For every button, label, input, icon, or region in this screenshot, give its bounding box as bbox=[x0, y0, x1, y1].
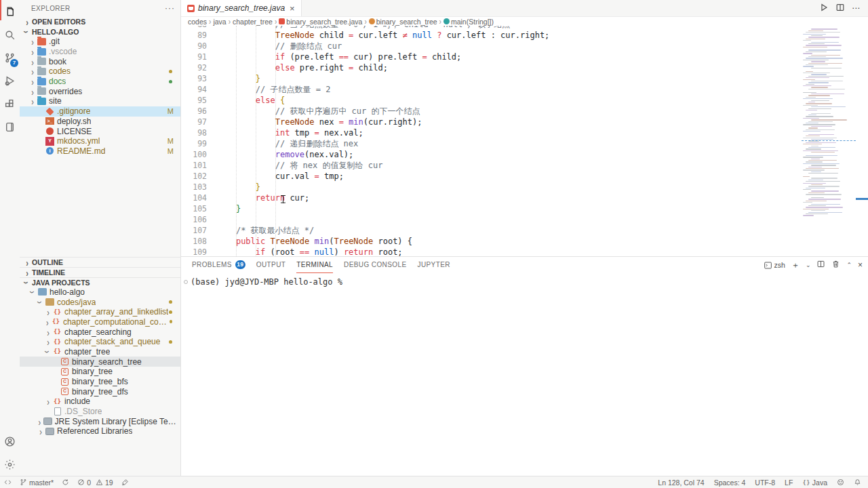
terminal[interactable]: (base) jyd@JYD-MBP hello-algo % bbox=[181, 273, 868, 287]
explorer-sidebar: EXPLORER ··· › OPEN EDITORS › HELLO-ALGO… bbox=[20, 0, 181, 476]
tree-item-label: mkdocs.yml bbox=[57, 136, 100, 146]
panel-tab-terminal[interactable]: TERMINAL bbox=[296, 257, 333, 273]
encoding-status[interactable]: UTF-8 bbox=[755, 479, 775, 487]
git-branch-status[interactable]: master* bbox=[20, 479, 54, 487]
tree-item-label: book bbox=[49, 57, 66, 66]
breadcrumb-item[interactable]: binary_search_tree.java bbox=[279, 18, 362, 26]
tree-row[interactable]: ›{}chapter_computational_complexity bbox=[20, 317, 180, 327]
sync-icon[interactable] bbox=[62, 479, 69, 486]
close-icon[interactable]: × bbox=[290, 3, 295, 14]
line-number: 95 bbox=[181, 95, 207, 106]
language-mode[interactable]: {} Java bbox=[802, 479, 827, 487]
tree-row[interactable]: Cbinary_tree_bfs bbox=[20, 377, 180, 387]
panel-tab-problems[interactable]: PROBLEMS19 bbox=[192, 257, 245, 273]
tab-binary-search-tree[interactable]: binary_search_tree.java × bbox=[181, 0, 302, 16]
search-icon[interactable] bbox=[0, 23, 20, 46]
tree-row[interactable]: >_deploy.sh bbox=[20, 117, 180, 127]
tree-row[interactable]: .gitignoreM bbox=[20, 106, 180, 117]
code-line: 102 cur.val = tmp; bbox=[181, 171, 868, 182]
overview-ruler-marker bbox=[856, 198, 868, 200]
tree-item-label: chapter_tree bbox=[64, 347, 110, 357]
tree-row[interactable]: ›site bbox=[20, 96, 180, 106]
panel-tab-bar: PROBLEMS19OUTPUTTERMINALDEBUG CONSOLEJUP… bbox=[181, 257, 868, 273]
panel-tab-debug-console[interactable]: DEBUG CONSOLE bbox=[344, 257, 406, 273]
tree-row[interactable]: ›{}chapter_array_and_linkedlist bbox=[20, 307, 180, 317]
tree-row[interactable]: ›.git bbox=[20, 37, 180, 47]
breadcrumb-separator-icon: › bbox=[209, 16, 211, 26]
tree-row[interactable]: ›hello-algo bbox=[20, 287, 180, 298]
explorer-icon[interactable] bbox=[0, 0, 20, 23]
breadcrumb-item[interactable]: chapter_tree bbox=[233, 18, 273, 26]
open-editors-section[interactable]: › OPEN EDITORS bbox=[20, 16, 180, 26]
tree-row[interactable]: .DS_Store bbox=[20, 407, 180, 417]
settings-gear-icon[interactable] bbox=[0, 453, 20, 476]
breadcrumb: codes›java›chapter_tree›binary_search_tr… bbox=[181, 17, 868, 26]
java-projects-section[interactable]: › JAVA PROJECTS bbox=[20, 277, 180, 287]
tree-row[interactable]: Cbinary_tree bbox=[20, 367, 180, 377]
notifications-bell-icon[interactable] bbox=[854, 479, 861, 486]
more-actions-icon[interactable]: ··· bbox=[165, 3, 175, 13]
code-editor[interactable]: 88 // 当子结点数量 = 0 / 1 时， child = null / 该… bbox=[181, 26, 868, 256]
vscode-folder-icon bbox=[37, 48, 46, 56]
terminal-dropdown-icon[interactable]: ⌄ bbox=[806, 262, 811, 268]
tree-row[interactable]: ›{}chapter_tree bbox=[20, 347, 180, 357]
extensions-icon[interactable] bbox=[0, 92, 20, 115]
run-button[interactable] bbox=[819, 3, 829, 14]
tree-row[interactable]: ›codes bbox=[20, 66, 180, 77]
remote-indicator-icon[interactable] bbox=[4, 479, 12, 486]
tree-row[interactable]: Ymkdocs.ymlM bbox=[20, 136, 180, 146]
line-number: 90 bbox=[181, 41, 207, 52]
code-line: 108 public TreeNode min(TreeNode root) { bbox=[181, 236, 868, 247]
cursor-position[interactable]: Ln 128, Col 74 bbox=[658, 479, 704, 487]
source-control-icon[interactable]: 7 bbox=[0, 46, 20, 69]
breadcrumb-item[interactable]: codes bbox=[188, 18, 207, 26]
tree-row[interactable]: Cbinary_search_tree bbox=[20, 357, 180, 367]
breadcrumb-item[interactable]: main(String[]) bbox=[443, 18, 494, 26]
tree-row[interactable]: ›.vscode bbox=[20, 47, 180, 57]
account-icon[interactable] bbox=[0, 430, 20, 453]
breadcrumb-label: java bbox=[213, 18, 226, 26]
notebook-icon[interactable] bbox=[0, 115, 20, 138]
tree-row[interactable]: ›{}chapter_stack_and_queue bbox=[20, 337, 180, 347]
feedback-smiley-icon[interactable] bbox=[837, 479, 844, 486]
tree-row[interactable]: iREADME.mdM bbox=[20, 146, 180, 157]
outline-section[interactable]: › OUTLINE bbox=[20, 257, 180, 267]
breadcrumb-item[interactable]: binary_search_tree bbox=[369, 18, 437, 26]
minimap-marker bbox=[802, 140, 856, 141]
java-tasks-icon[interactable] bbox=[121, 479, 129, 486]
tree-row[interactable]: ›book bbox=[20, 56, 180, 66]
mouse-cursor bbox=[281, 195, 285, 204]
indentation-status[interactable]: Spaces: 4 bbox=[714, 479, 746, 487]
problems-status[interactable]: 0 19 bbox=[77, 479, 113, 487]
panel-tab-jupyter[interactable]: JUPYTER bbox=[418, 257, 450, 273]
split-terminal-icon[interactable] bbox=[816, 260, 825, 270]
tree-item-label: chapter_searching bbox=[64, 327, 132, 337]
tree-row[interactable]: ›overrides bbox=[20, 86, 180, 96]
new-terminal-icon[interactable]: ＋ bbox=[791, 260, 800, 271]
run-debug-icon[interactable] bbox=[0, 69, 20, 92]
tree-item-label: binary_tree_dfs bbox=[72, 387, 128, 396]
minimap[interactable] bbox=[802, 27, 856, 255]
breadcrumb-item[interactable]: java bbox=[213, 18, 226, 26]
timeline-section[interactable]: › TIMELINE bbox=[20, 267, 180, 277]
close-panel-icon[interactable]: × bbox=[858, 260, 863, 270]
panel-tab-output[interactable]: OUTPUT bbox=[256, 257, 286, 273]
line-number: 109 bbox=[181, 247, 207, 256]
maximize-panel-icon[interactable]: ⌃ bbox=[846, 262, 852, 268]
root-folder-section[interactable]: › HELLO-ALGO bbox=[20, 26, 180, 37]
split-editor-icon[interactable] bbox=[835, 3, 845, 14]
kill-terminal-icon[interactable] bbox=[831, 260, 840, 270]
line-number: 100 bbox=[181, 149, 207, 160]
line-number: 91 bbox=[181, 52, 207, 62]
eol-status[interactable]: LF bbox=[785, 479, 793, 487]
tree-row[interactable]: LICENSE bbox=[20, 126, 180, 136]
tree-row[interactable]: ›{}include bbox=[20, 396, 180, 407]
code-line: 106 bbox=[181, 214, 868, 225]
chevron-down-icon: › bbox=[28, 287, 39, 297]
chevron-right-icon: › bbox=[22, 16, 32, 27]
breadcrumb-separator-icon: › bbox=[275, 16, 277, 26]
tree-row[interactable]: ›Referenced Libraries bbox=[20, 426, 180, 436]
terminal-shell-select[interactable]: zsh bbox=[764, 261, 785, 270]
editor-more-actions-icon[interactable]: ⋯ bbox=[852, 3, 860, 13]
tree-row[interactable]: ›docs bbox=[20, 77, 180, 87]
